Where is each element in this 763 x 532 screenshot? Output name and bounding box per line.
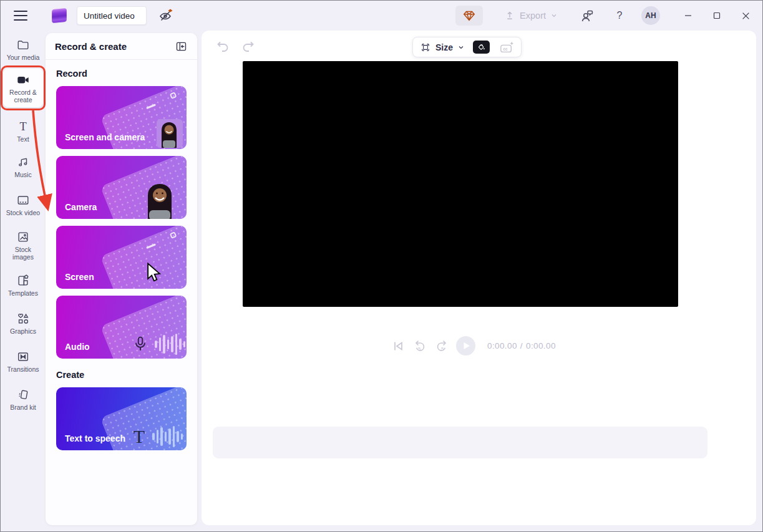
time-separator: /: [520, 341, 523, 351]
templates-icon: [16, 274, 30, 288]
mouse-cursor-icon: [144, 263, 163, 284]
account-avatar[interactable]: AH: [641, 6, 660, 25]
transitions-icon: [16, 350, 30, 364]
graphics-icon: [16, 312, 30, 326]
upload-icon: [504, 10, 515, 21]
sidebar-item-stock-video[interactable]: Stock video: [3, 193, 43, 216]
current-time: 0:00.00: [487, 341, 517, 351]
close-button[interactable]: [731, 3, 760, 28]
record-camera-icon: [16, 73, 31, 87]
background-color-button[interactable]: [473, 41, 490, 54]
rewind-5-icon: 5: [412, 339, 427, 354]
play-icon: [456, 336, 475, 355]
redo-button[interactable]: [241, 39, 256, 54]
size-label: Size: [435, 42, 453, 52]
card-text-to-speech[interactable]: T Text to speech: [56, 387, 187, 450]
collapse-panel-icon[interactable]: [175, 40, 188, 53]
section-record-label: Record: [56, 69, 187, 79]
window-controls: [674, 3, 760, 28]
maximize-icon: [713, 12, 721, 19]
forward-5s-button[interactable]: 5: [434, 339, 449, 354]
watermark-off-icon[interactable]: [157, 6, 175, 25]
redo-icon: [241, 39, 256, 54]
waveform-decoration: [152, 426, 183, 447]
stock-images-icon: [16, 230, 30, 244]
minimize-icon: [684, 12, 692, 19]
export-label: Export: [520, 11, 546, 21]
svg-text:5: 5: [441, 346, 444, 351]
people-icon: [580, 8, 595, 23]
card-audio[interactable]: Audio: [56, 296, 187, 359]
titlebar-right-cluster: Export ? AH: [455, 3, 762, 28]
chevron-down-icon: [457, 44, 465, 51]
screen-mockup-decoration: [100, 226, 187, 289]
sidebar-item-graphics[interactable]: Graphics: [3, 312, 43, 335]
svg-text:T: T: [19, 120, 26, 133]
timeline-empty-track[interactable]: [213, 427, 707, 458]
svg-text:cc: cc: [503, 46, 508, 51]
help-label: ?: [617, 10, 623, 21]
sidebar-item-templates[interactable]: Templates: [3, 274, 43, 297]
card-screen-and-camera[interactable]: Screen and camera: [56, 86, 187, 149]
panel-title: Record & create: [55, 41, 127, 52]
sidebar-item-text[interactable]: T Text: [3, 120, 43, 143]
clipchamp-logo-icon: [52, 7, 67, 24]
close-icon: [742, 12, 750, 20]
chevron-down-icon: [550, 12, 558, 19]
text-icon: T: [16, 120, 30, 133]
captions-button[interactable]: cc: [499, 41, 514, 54]
presenter-photo: [155, 118, 183, 148]
app-window: Export ? AH: [0, 0, 763, 532]
undo-button[interactable]: [215, 39, 230, 54]
card-camera[interactable]: Camera: [56, 156, 187, 219]
skip-back-icon: [391, 339, 406, 354]
minimize-button[interactable]: [674, 3, 702, 28]
canvas-toolbar: Size cc: [412, 37, 522, 57]
card-screen[interactable]: Screen: [56, 226, 187, 289]
time-display: 0:00.00 / 0:00.00: [487, 341, 556, 351]
section-create-label: Create: [56, 370, 187, 380]
folder-icon: [16, 38, 30, 52]
play-button[interactable]: [456, 336, 475, 355]
record-create-panel: Record & create Record: [46, 33, 197, 525]
size-dropdown-button[interactable]: Size: [420, 42, 465, 53]
sidebar-rail: Your media Record & create T Text Music: [1, 31, 46, 531]
sidebar-item-brand-kit[interactable]: Brand kit: [3, 388, 43, 411]
sidebar-item-record-create[interactable]: Record & create: [3, 69, 43, 107]
export-button[interactable]: Export: [504, 10, 558, 21]
skip-to-start-button[interactable]: [391, 339, 406, 354]
panel-header: Record & create: [46, 33, 197, 59]
gem-icon: [462, 9, 476, 22]
svg-text:5: 5: [418, 346, 420, 351]
serif-t-decoration: T: [134, 427, 145, 446]
undo-icon: [215, 39, 230, 54]
waveform-decoration: [155, 334, 185, 355]
paint-bucket-icon: [477, 42, 486, 52]
sidebar-item-stock-images[interactable]: Stock images: [3, 230, 43, 261]
video-title-input[interactable]: [77, 6, 147, 25]
sidebar-item-music[interactable]: Music: [3, 155, 43, 178]
menu-button[interactable]: [14, 11, 27, 21]
rewind-5s-button[interactable]: 5: [412, 339, 427, 354]
sidebar-item-your-media[interactable]: Your media: [3, 38, 43, 61]
sidebar-item-transitions[interactable]: Transitions: [3, 350, 43, 373]
titlebar: Export ? AH: [1, 1, 762, 31]
maximize-button[interactable]: [702, 3, 731, 28]
playback-controls: 5 5 0:00.00 / 0:00.00: [391, 336, 556, 355]
music-icon: [16, 155, 30, 169]
captions-cc-icon: cc: [499, 41, 514, 54]
editor-canvas-area: Size cc: [202, 31, 756, 525]
video-preview-stage[interactable]: [243, 61, 678, 307]
collaborate-button[interactable]: [578, 6, 596, 25]
help-button[interactable]: ?: [613, 10, 626, 21]
presenter-photo: [140, 179, 179, 219]
total-time: 0:00.00: [526, 341, 556, 351]
microphone-icon: [132, 335, 148, 354]
aspect-ratio-icon: [420, 42, 431, 53]
brand-kit-icon: [16, 388, 30, 402]
forward-5-icon: 5: [434, 339, 449, 354]
premium-upgrade-button[interactable]: [455, 6, 483, 26]
stock-video-icon: [16, 193, 30, 207]
